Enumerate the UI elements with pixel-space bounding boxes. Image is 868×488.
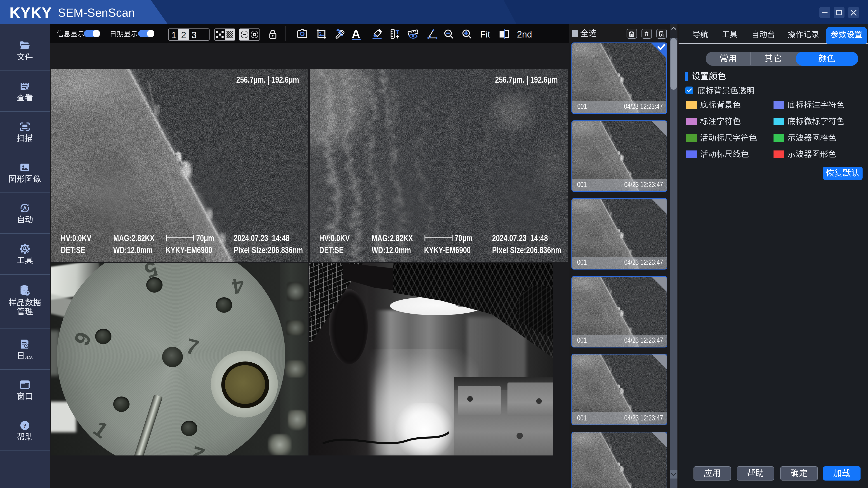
svg-text:?: ? xyxy=(23,422,26,429)
svg-text:A: A xyxy=(23,205,27,211)
